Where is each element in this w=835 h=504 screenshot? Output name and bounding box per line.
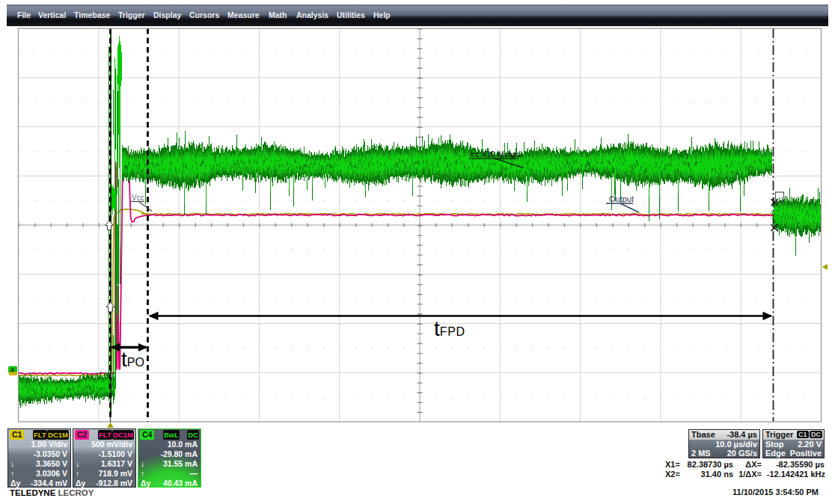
svg-text:tFPD: tFPD [434,317,465,340]
svg-text:Vcc: Vcc [132,194,144,202]
svg-text:Icc X10 w/caps: Icc X10 w/caps [470,150,520,159]
svg-text:Output: Output [609,194,634,203]
svg-text:tPO: tPO [121,348,144,371]
